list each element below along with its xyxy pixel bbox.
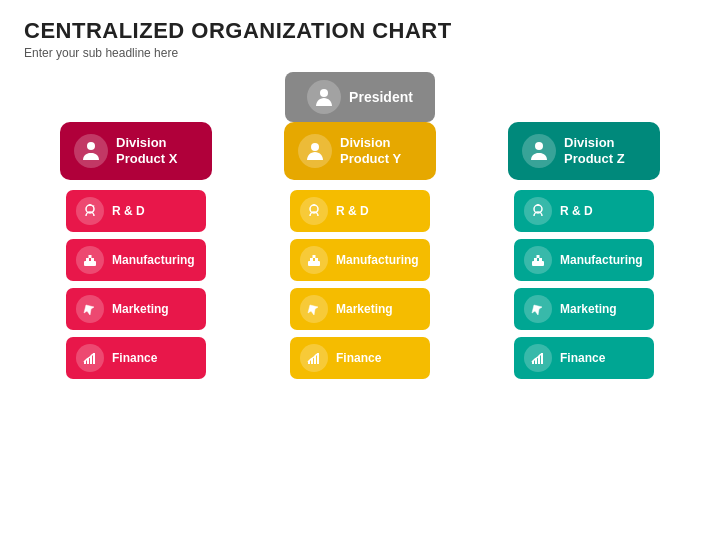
division-col-z: DivisionProduct Z R & D [472, 122, 696, 379]
label-y-mfg: Manufacturing [336, 253, 419, 267]
president-box: President [285, 72, 435, 122]
division-col-x: DivisionProduct X R & D [24, 122, 248, 379]
svg-rect-46 [310, 258, 313, 261]
sub-item-y-rd: R & D [290, 190, 430, 232]
sub-item-x-fin: Finance [66, 337, 206, 379]
mkt-icon-x [76, 295, 104, 323]
sub-item-y-mfg: Manufacturing [290, 239, 430, 281]
sub-item-z-mfg: Manufacturing [514, 239, 654, 281]
sub-items-x: R & D Manufacturing Market [66, 190, 206, 379]
mkt-icon-z [524, 295, 552, 323]
svg-rect-34 [84, 261, 96, 266]
svg-point-30 [87, 142, 95, 150]
svg-rect-48 [313, 255, 316, 258]
sub-item-y-mkt: Marketing [290, 288, 430, 330]
division-header-z: DivisionProduct Z [508, 122, 660, 180]
svg-rect-45 [308, 261, 320, 266]
mkt-icon-y [300, 295, 328, 323]
label-x-mkt: Marketing [112, 302, 169, 316]
label-y-mkt: Marketing [336, 302, 393, 316]
label-z-mkt: Marketing [560, 302, 617, 316]
rd-icon-x [76, 197, 104, 225]
mfg-icon-y [300, 246, 328, 274]
svg-rect-35 [86, 258, 89, 261]
label-z-rd: R & D [560, 204, 593, 218]
svg-line-33 [93, 206, 94, 208]
divisions-row: DivisionProduct X R & D [24, 122, 696, 379]
mfg-icon-z [524, 246, 552, 274]
sub-headline: Enter your sub headline here [24, 46, 696, 60]
label-x-rd: R & D [112, 204, 145, 218]
chart-wrapper: DivisionProduct X R & D [24, 122, 696, 530]
svg-rect-56 [532, 261, 544, 266]
division-header-y: DivisionProduct Y [284, 122, 436, 180]
sub-item-x-mkt: Marketing [66, 288, 206, 330]
svg-point-0 [320, 89, 328, 97]
rd-icon-z [524, 197, 552, 225]
division-z-icon [522, 134, 556, 168]
rd-icon-y [300, 197, 328, 225]
svg-rect-36 [91, 258, 94, 261]
sub-item-z-mkt: Marketing [514, 288, 654, 330]
division-z-label: DivisionProduct Z [564, 135, 625, 166]
president-icon [307, 80, 341, 114]
division-y-label: DivisionProduct Y [340, 135, 401, 166]
svg-rect-58 [539, 258, 542, 261]
svg-point-53 [535, 142, 543, 150]
chart-area: President Divi [24, 72, 696, 530]
label-z-mfg: Manufacturing [560, 253, 643, 267]
label-z-fin: Finance [560, 351, 605, 365]
sub-items-y: R & D Manufacturing Market [290, 190, 430, 379]
president-area: President [24, 72, 696, 122]
division-x-label: DivisionProduct X [116, 135, 177, 166]
label-y-rd: R & D [336, 204, 369, 218]
sub-item-z-fin: Finance [514, 337, 654, 379]
division-col-y: DivisionProduct Y R & D [248, 122, 472, 379]
svg-rect-59 [537, 255, 540, 258]
svg-rect-47 [315, 258, 318, 261]
sub-item-x-mfg: Manufacturing [66, 239, 206, 281]
division-x-icon [74, 134, 108, 168]
division-y-icon [298, 134, 332, 168]
main-title: CENTRALIZED ORGANIZATION CHART [24, 18, 696, 44]
fin-icon-y [300, 344, 328, 372]
division-header-x: DivisionProduct X [60, 122, 212, 180]
president-label: President [349, 89, 413, 105]
svg-rect-57 [534, 258, 537, 261]
mfg-icon-x [76, 246, 104, 274]
fin-icon-z [524, 344, 552, 372]
page: CENTRALIZED ORGANIZATION CHART Enter you… [0, 0, 720, 540]
label-x-mfg: Manufacturing [112, 253, 195, 267]
sub-item-x-rd: R & D [66, 190, 206, 232]
label-y-fin: Finance [336, 351, 381, 365]
fin-icon-x [76, 344, 104, 372]
sub-item-y-fin: Finance [290, 337, 430, 379]
sub-items-z: R & D Manufacturing Market [514, 190, 654, 379]
label-x-fin: Finance [112, 351, 157, 365]
sub-item-z-rd: R & D [514, 190, 654, 232]
svg-rect-37 [89, 255, 92, 258]
svg-point-42 [311, 143, 319, 151]
